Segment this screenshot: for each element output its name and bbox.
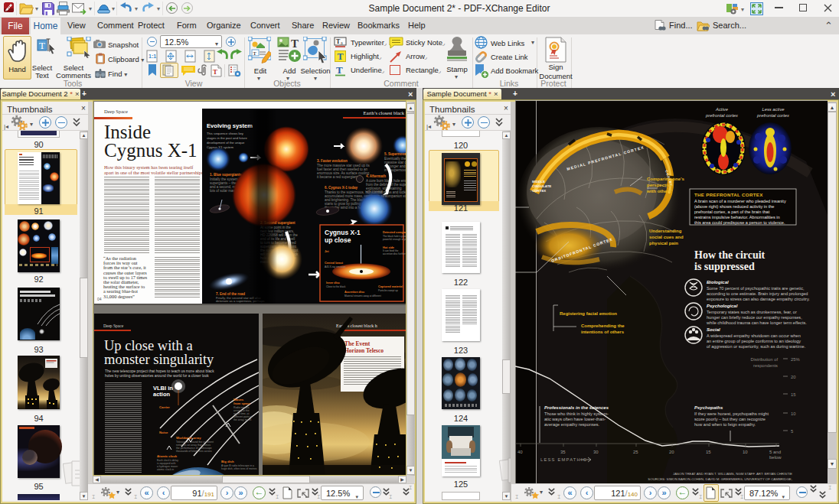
- svg-text:action: action: [153, 391, 171, 398]
- svg-text:Temporary states such as drunk: Temporary states such as drunkenness, fe…: [707, 310, 797, 314]
- svg-text:3. Faster evolution: 3. Faster evolution: [317, 159, 348, 163]
- svg-text:A widespread empathy shutdown: A widespread empathy shutdown can occur …: [707, 333, 801, 338]
- svg-text:Registering facial emotion: Registering facial emotion: [560, 311, 617, 316]
- svg-text:development of the unique: development of the unique: [207, 141, 245, 145]
- svg-text:LESS EMPATHIC: LESS EMPATHIC: [540, 457, 587, 462]
- svg-text:How the circuit: How the circuit: [694, 249, 766, 261]
- svg-text:Up close with a: Up close with a: [104, 338, 193, 353]
- svg-text:intentions of others: intentions of others: [581, 330, 625, 334]
- svg-text:Some 70 percent of psychopathi: Some 70 percent of psychopathic traits a…: [707, 286, 805, 291]
- svg-text:powerful enough to pull: powerful enough to pull: [383, 238, 406, 241]
- svg-text:social cues and: social cues and: [649, 235, 684, 239]
- svg-text:A45 X-ray emission: A45 X-ray emission: [325, 265, 346, 268]
- svg-text:accretion disc further: accretion disc further: [383, 252, 406, 255]
- svg-text:Big dish: Big dish: [221, 460, 234, 463]
- svg-text:atic ways often have lower-tha: atic ways often have lower-than-: [544, 417, 606, 421]
- svg-text:prefrontal cortex, a part of t: prefrontal cortex, a part of the brain t…: [694, 210, 770, 214]
- svg-text:Those who think in highly syst: Those who think in highly system-: [544, 411, 609, 416]
- svg-text:Cygnus X-1: Cygnus X-1: [325, 229, 361, 236]
- svg-text:Psychological: Psychological: [707, 304, 738, 308]
- svg-text:Distribution of: Distribution of: [751, 357, 779, 362]
- svg-text:Social: Social: [707, 327, 720, 332]
- svg-text:Inner disc: Inner disc: [326, 281, 340, 285]
- svg-text:from space: from space: [233, 402, 251, 405]
- svg-text:4. Aftermath: 4. Aftermath: [366, 174, 386, 178]
- svg-text:respondents: respondents: [753, 363, 778, 368]
- svg-text:prefrontal cortex: prefrontal cortex: [705, 113, 739, 118]
- svg-text:of aggression or superiority,: of aggression or superiority, such as du…: [707, 344, 806, 349]
- svg-text:T: T: [338, 51, 344, 62]
- svg-text:Horizon Telesco: Horizon Telesco: [344, 347, 384, 354]
- svg-text:Active: Active: [715, 107, 729, 112]
- svg-text:Psychopaths: Psychopaths: [694, 405, 723, 410]
- svg-text:30: 30: [593, 450, 599, 454]
- svg-text:T: T: [39, 40, 45, 51]
- svg-text:perspective: perspective: [647, 183, 673, 187]
- svg-text:Particles swept up: Particles swept up: [378, 289, 398, 292]
- svg-text:25%: 25%: [791, 357, 800, 362]
- svg-text:Professionals in the sciences: Professionals in the sciences: [544, 405, 609, 410]
- svg-text:huge dish, often tens of metre: huge dish, often tens of metres: [221, 467, 257, 470]
- svg-text:Earth’s closest black: Earth’s closest black: [364, 110, 405, 115]
- svg-text:JASON TREAT AND RYAN T. WILLIA: JASON TREAT AND RYAN T. WILLIAMS, NGM ST…: [673, 472, 792, 476]
- svg-text:T: T: [336, 64, 343, 76]
- svg-text:how and when to feign empathy.: how and when to feign empathy.: [694, 422, 756, 427]
- svg-text:Atomic clock: Atomic clock: [157, 454, 178, 458]
- svg-text:according to one estimate. Bra: according to one estimate. Brain injury …: [707, 291, 808, 296]
- svg-text:5 and: 5 and: [769, 450, 781, 454]
- svg-text:an entire group of people conf: an entire group of people conforms to an…: [707, 339, 801, 343]
- svg-text:35: 35: [560, 450, 566, 454]
- svg-text:20: 20: [669, 450, 674, 454]
- svg-text:Central beast: Central beast: [325, 262, 344, 265]
- svg-text:while childhood trauma can hav: while childhood trauma can have longer t…: [706, 320, 807, 325]
- svg-text:Accretion disc: Accretion disc: [344, 291, 364, 294]
- svg-text:Evolving system: Evolving system: [207, 122, 253, 129]
- svg-text:restrains impulsive behavior.: restrains impulsive behavior. Abnormalit…: [694, 215, 780, 219]
- svg-text:Understanding: Understanding: [649, 229, 682, 233]
- svg-text:Carrier: Carrier: [159, 405, 170, 409]
- svg-text:If they were honest, psychopat: If they were honest, psychopaths might: [694, 411, 769, 416]
- svg-text:The Event: The Event: [344, 340, 371, 347]
- svg-text:Biological: Biological: [707, 280, 729, 285]
- svg-text:Comparing one’s: Comparing one’s: [647, 177, 684, 181]
- svg-text:exposure to stress can also da: exposure to stress can also damage empat…: [707, 297, 810, 301]
- svg-text:15: 15: [791, 392, 795, 397]
- svg-text:monster singularity: monster singularity: [104, 352, 214, 367]
- svg-text:A brain scan of a murderer who: A brain scan of a murderer who pleaded i…: [694, 199, 786, 203]
- svg-text:score poorly – but they can re: score poorly – but they can recognize: [694, 417, 766, 421]
- svg-text:T: T: [253, 50, 257, 57]
- svg-text:25: 25: [633, 450, 638, 454]
- svg-text:up close: up close: [325, 236, 351, 244]
- svg-text:holes by uniting observatories: holes by uniting observatories around th…: [105, 374, 209, 378]
- svg-text:10: 10: [791, 411, 795, 416]
- svg-text:5: 5: [791, 429, 793, 434]
- svg-text:CINGULATE: CINGULATE: [532, 184, 551, 188]
- svg-text:it became a red supergiant: it became a red supergiant: [317, 175, 358, 179]
- svg-text:below: below: [769, 455, 782, 460]
- svg-text:15: 15: [706, 450, 711, 454]
- svg-text:atomic clock in: atomic clock in: [157, 468, 174, 471]
- svg-text:Noise: Noise: [159, 431, 168, 434]
- svg-text:6. Cygnus X-1 today: 6. Cygnus X-1 today: [325, 186, 358, 190]
- svg-text:thousands of kilometres across: thousands of kilometres across: [176, 450, 212, 453]
- svg-text:Deep Space: Deep Space: [103, 324, 124, 328]
- svg-text:This sequence shows key: This sequence shows key: [207, 132, 244, 135]
- svg-text:SOURCES: SIMON BARON-COHEN, DA: SOURCES: SIMON BARON-COHEN, DAVID M. GRE…: [648, 477, 792, 481]
- svg-text:THE PREFRONTAL CORTEX: THE PREFRONTAL CORTEX: [694, 192, 763, 197]
- svg-text:Close to the black: Close to the black: [326, 285, 346, 288]
- svg-text:20: 20: [791, 375, 795, 379]
- svg-text:this area could predispose a p: this area could predispose a person to v…: [694, 220, 785, 225]
- svg-text:1. Blue supergiants: 1. Blue supergiants: [210, 173, 242, 177]
- svg-text:prefrontal cortex: prefrontal cortex: [756, 113, 790, 118]
- svg-text:Material streams away at diffe: Material streams away at different: [344, 294, 381, 298]
- svg-text:40: 40: [517, 450, 523, 454]
- svg-text:5. Supernova: 5. Supernova: [384, 152, 406, 156]
- svg-text:CORTEX: CORTEX: [532, 189, 546, 193]
- svg-text:the array, travel: the array, travel: [233, 418, 252, 421]
- svg-text:T: T: [291, 37, 299, 50]
- svg-text:with others’: with others’: [646, 189, 673, 193]
- svg-text:Captured material: Captured material: [378, 285, 403, 288]
- svg-text:hunger can briefly reduce our: hunger can briefly reduce our empathy re…: [707, 315, 802, 320]
- svg-text:stages in the past and future: stages in the past and future: [207, 136, 248, 140]
- svg-text:Comprehending the: Comprehending the: [581, 324, 625, 328]
